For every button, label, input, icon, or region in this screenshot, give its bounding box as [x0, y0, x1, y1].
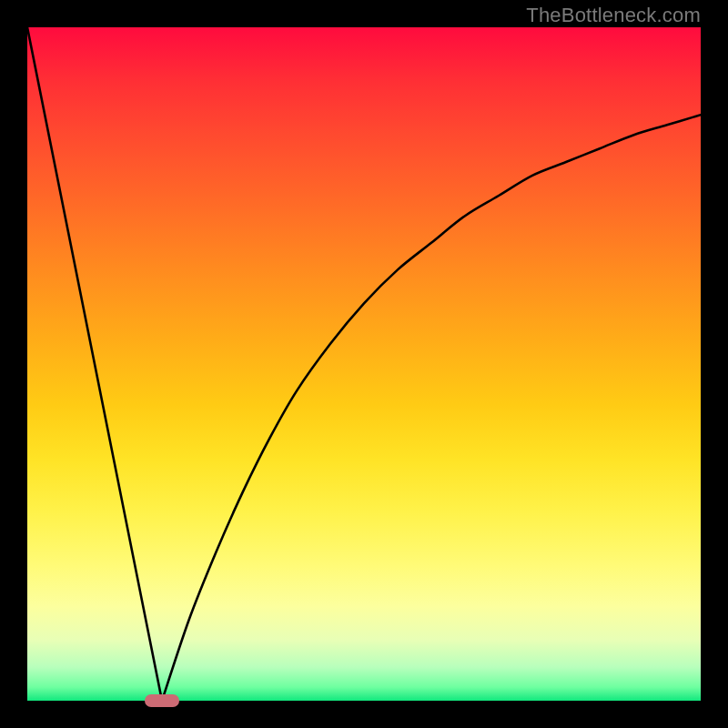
bottleneck-curve [27, 27, 701, 701]
plot-area [27, 27, 701, 701]
optimal-point-marker [145, 694, 179, 707]
chart-frame: TheBottleneck.com [0, 0, 728, 728]
watermark-text: TheBottleneck.com [526, 4, 701, 27]
curve-layer [27, 27, 701, 701]
